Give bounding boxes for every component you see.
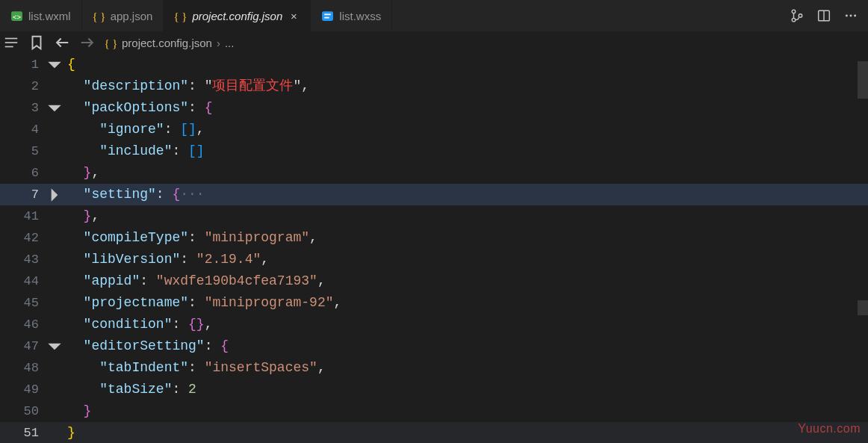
code-line: { xyxy=(64,54,868,75)
code-line: "ignore": [], xyxy=(64,119,868,140)
line-number: 6 xyxy=(0,162,45,184)
code-line: "condition": {}, xyxy=(64,314,868,335)
fold-chevron-down-icon[interactable] xyxy=(45,55,64,75)
editor-tabs-bar: <> list.wxml { } app.json { } project.co… xyxy=(0,0,868,31)
code-line: "projectname": "miniprogram-92", xyxy=(64,292,868,314)
line-number: 48 xyxy=(0,357,45,379)
tab-label: list.wxml xyxy=(28,10,71,22)
breadcrumb-file: project.config.json xyxy=(122,37,212,49)
tab-list-wxss[interactable]: list.wxss xyxy=(311,0,392,31)
wxss-icon xyxy=(321,10,334,22)
line-number: 46 xyxy=(0,314,45,335)
svg-text:<>: <> xyxy=(13,12,22,20)
code-editor[interactable]: 1{ 2 "description": "项目配置文件", 3 "packOpt… xyxy=(0,54,868,443)
code-line: "appid": "wxdfe190b4cfea7193", xyxy=(64,270,868,292)
svg-text:{ }: { } xyxy=(93,10,105,22)
line-number: 50 xyxy=(0,400,45,422)
source-control-icon[interactable] xyxy=(790,9,804,22)
code-line: "setting": {··· xyxy=(64,184,868,205)
split-editor-icon[interactable] xyxy=(817,9,831,22)
code-line: "compileType": "miniprogram", xyxy=(64,227,868,249)
toggle-word-wrap-icon[interactable] xyxy=(3,34,19,51)
svg-point-11 xyxy=(850,15,852,17)
line-number: 5 xyxy=(0,140,45,162)
fold-chevron-right-icon[interactable] xyxy=(45,185,64,205)
line-number: 3 xyxy=(0,97,45,119)
line-number: 2 xyxy=(0,75,45,97)
breadcrumb-rest: ... xyxy=(225,37,235,49)
json-icon: { } xyxy=(105,37,117,49)
svg-rect-4 xyxy=(322,11,333,21)
svg-text:{ }: { } xyxy=(174,10,187,22)
tab-app-json[interactable]: { } app.json xyxy=(82,0,164,31)
watermark-text: Yuucn.com xyxy=(798,422,861,436)
overview-ruler[interactable] xyxy=(858,54,868,442)
line-number: 41 xyxy=(0,205,45,227)
code-line: "libVersion": "2.19.4", xyxy=(64,249,868,270)
code-line: "tabSize": 2 xyxy=(64,379,868,400)
code-line: } xyxy=(64,400,868,422)
code-line: }, xyxy=(64,205,868,227)
json-icon: { } xyxy=(93,10,105,22)
breadcrumb-bar: { } project.config.json › ... xyxy=(0,31,868,54)
tab-label: app.json xyxy=(111,10,153,22)
code-line: } xyxy=(64,422,868,443)
fold-chevron-down-icon[interactable] xyxy=(45,337,64,356)
line-number: 7 xyxy=(0,184,45,205)
line-number: 47 xyxy=(0,335,45,357)
line-number: 44 xyxy=(0,270,45,292)
code-line: "include": [] xyxy=(64,140,868,162)
svg-point-12 xyxy=(854,15,856,17)
svg-point-10 xyxy=(846,15,848,17)
fold-chevron-down-icon[interactable] xyxy=(45,99,64,118)
breadcrumb[interactable]: { } project.config.json › ... xyxy=(105,37,234,49)
wxml-icon: <> xyxy=(10,10,23,22)
line-number: 45 xyxy=(0,292,45,314)
tab-list-wxml[interactable]: <> list.wxml xyxy=(0,0,82,31)
code-line: "description": "项目配置文件", xyxy=(64,75,868,97)
line-number: 49 xyxy=(0,379,45,400)
code-line: "editorSetting": { xyxy=(64,335,868,357)
tab-project-config-json[interactable]: { } project.config.json × xyxy=(164,0,311,31)
json-icon: { } xyxy=(174,10,187,22)
close-icon[interactable]: × xyxy=(288,10,300,22)
code-line: }, xyxy=(64,162,868,184)
svg-point-6 xyxy=(792,18,796,22)
chevron-right-icon: › xyxy=(217,37,220,49)
line-number: 42 xyxy=(0,227,45,249)
line-number: 43 xyxy=(0,249,45,270)
tab-label: project.config.json xyxy=(192,10,282,22)
editor-title-actions xyxy=(790,0,868,31)
line-number: 1 xyxy=(0,54,45,75)
bookmark-icon[interactable] xyxy=(28,34,45,51)
svg-point-5 xyxy=(792,10,796,13)
svg-text:{ }: { } xyxy=(105,37,117,49)
code-line: "packOptions": { xyxy=(64,97,868,119)
nav-forward-icon[interactable] xyxy=(79,34,96,51)
line-number: 4 xyxy=(0,119,45,140)
tab-label: list.wxss xyxy=(339,10,381,22)
nav-back-icon[interactable] xyxy=(54,34,70,51)
code-line: "tabIndent": "insertSpaces", xyxy=(64,357,868,379)
svg-point-7 xyxy=(799,14,802,18)
line-number: 51 xyxy=(0,422,45,443)
more-actions-icon[interactable] xyxy=(844,9,858,22)
